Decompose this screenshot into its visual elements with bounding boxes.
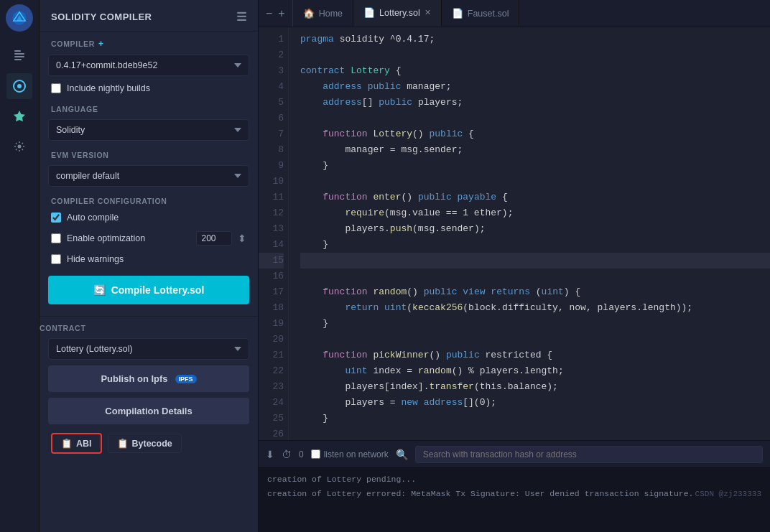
terminal-brand: CSDN @zj233333 [695,487,761,501]
bottom-bar: ⬇ ⏱ 0 listen on network 🔍 [259,440,770,467]
terminal-line-2: creation of Lottery errored: MetaMask Tx… [267,487,761,501]
hide-warnings-row: Hide warnings [40,250,258,269]
compile-btn-label: Compile Lottery.sol [111,284,205,296]
compilation-details-button[interactable]: Compilation Details [48,398,249,424]
icon-bar [0,0,40,532]
include-nightly-checkbox[interactable] [51,83,61,93]
nav-compiler[interactable] [6,73,32,99]
config-section-label: COMPILER CONFIGURATION [40,190,258,208]
divider-1 [40,316,258,317]
language-section-label: LANGUAGE [40,98,258,116]
abi-button[interactable]: 📋 ABI [51,433,102,454]
hide-warnings-label: Hide warnings [67,254,124,264]
expand-icon[interactable]: ⬇ [266,449,274,460]
terminal: creation of Lottery pending... creation … [259,467,770,532]
ipfs-badge: IPFS [175,375,197,383]
auto-compile-row: Auto compile [40,208,258,227]
compile-icon: 🔄 [93,284,106,296]
svg-point-8 [17,84,22,88]
evm-section-label: EVM VERSION [40,144,258,162]
tx-search-input[interactable] [415,446,763,463]
evm-version-select[interactable]: compiler default byzantium constantinopl… [48,165,249,187]
compiler-info-icon[interactable]: + [98,39,104,49]
tab-fauset[interactable]: 📄 Fauset.sol [442,0,520,27]
line-numbers: 12345 678910 1112131415 1617181920 21222… [259,27,289,440]
auto-compile-checkbox[interactable] [51,213,61,223]
compiler-section-label: COMPILER + [40,32,258,52]
code-content[interactable]: pragma solidity ^0.4.17; contract Lotter… [289,27,770,440]
home-tab-label: Home [319,9,343,19]
zoom-in-icon[interactable]: + [277,6,286,22]
lottery-tab-close[interactable]: ✕ [425,8,431,17]
enable-optimization-label: Enable optimization [67,233,145,243]
include-nightly-row: Include nightly builds [40,79,258,98]
fauset-tab-icon: 📄 [452,8,463,19]
listen-network-row: listen on network [311,449,389,459]
auto-compile-label: Auto compile [67,213,119,223]
listen-label: listen on network [324,449,389,459]
copy-icon: 📋 [61,438,73,449]
compile-button[interactable]: 🔄 Compile Lottery.sol [48,276,249,304]
svg-rect-4 [14,53,24,55]
sidebar-title-text: SOLIDITY COMPILER [51,11,152,22]
hide-warnings-checkbox[interactable] [51,254,61,264]
contract-select[interactable]: Lottery (Lottery.sol) [48,338,249,360]
svg-point-9 [18,145,22,149]
abi-label: ABI [76,439,92,449]
fauset-tab-label: Fauset.sol [468,9,509,19]
home-tab-icon: 🏠 [303,8,315,19]
svg-rect-6 [14,59,22,60]
publish-btn-label: Publish on Ipfs [101,373,167,384]
tab-bar: − + 🏠 Home 📄 Lottery.sol ✕ 📄 Fauset.sol [259,0,770,27]
include-nightly-label: Include nightly builds [67,83,150,93]
sidebar-menu-icon[interactable]: ☰ [236,10,247,24]
main-area: − + 🏠 Home 📄 Lottery.sol ✕ 📄 Fauset.sol … [259,0,770,532]
bytecode-label: Bytecode [132,439,172,449]
terminal-line-1: creation of Lottery pending... [267,472,761,487]
clock-icon[interactable]: ⏱ [282,449,292,460]
nav-deploy[interactable] [6,103,32,129]
compilation-details-label: Compilation Details [105,406,192,416]
tab-lottery[interactable]: 📄 Lottery.sol ✕ [353,0,442,27]
svg-rect-3 [14,50,21,52]
enable-optimization-row: Enable optimization ⬍ [40,227,258,250]
app-logo [6,4,33,32]
code-editor: 12345 678910 1112131415 1617181920 21222… [259,27,770,440]
tab-home[interactable]: 🏠 Home [293,0,353,27]
transaction-count: 0 [299,449,304,459]
sidebar: SOLIDITY COMPILER ☰ COMPILER + 0.4.17+co… [40,0,259,532]
svg-rect-5 [14,56,24,57]
zoom-controls: − + [259,0,293,27]
abi-bytecode-row: 📋 ABI 📋 Bytecode [40,427,258,459]
bytecode-button[interactable]: 📋 Bytecode [108,434,182,453]
language-select[interactable]: Solidity Yul [48,119,249,141]
nav-plugins[interactable] [6,134,32,159]
zoom-out-icon[interactable]: − [264,6,274,22]
bytecode-copy-icon: 📋 [117,438,129,449]
nav-files[interactable] [6,43,32,69]
search-icon[interactable]: 🔍 [396,449,408,460]
listen-network-checkbox[interactable] [311,449,320,459]
enable-optimization-checkbox[interactable] [51,233,61,243]
sidebar-title: SOLIDITY COMPILER ☰ [40,0,258,32]
contract-section-label: CONTRACT [40,321,258,335]
optimization-value-input[interactable] [196,231,232,246]
publish-button[interactable]: Publish on Ipfs IPFS [48,365,249,392]
lottery-tab-icon: 📄 [363,7,375,18]
compiler-version-select[interactable]: 0.4.17+commit.bdeb9e52 [48,55,249,76]
optimization-arrow[interactable]: ⬍ [238,233,246,244]
lottery-tab-label: Lottery.sol [379,8,420,18]
